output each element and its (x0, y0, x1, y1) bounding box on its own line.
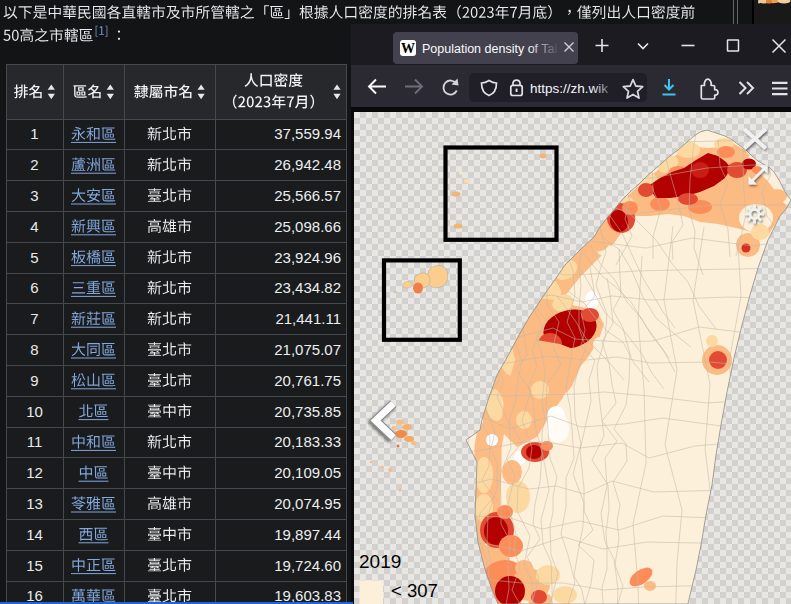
svg-text:< 307: < 307 (391, 580, 438, 601)
svg-text:W: W (401, 41, 415, 56)
svg-text:2019: 2019 (359, 551, 401, 572)
